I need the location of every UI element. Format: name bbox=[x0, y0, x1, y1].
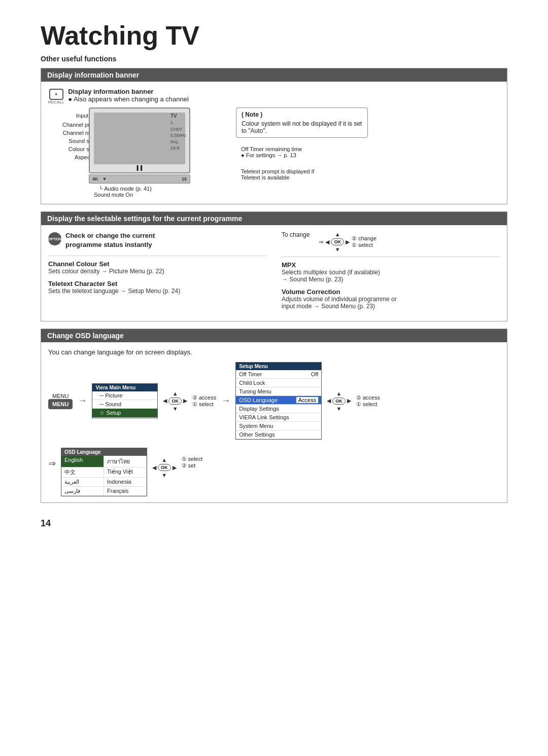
banner-also-appears: ● Also appears when changing a channel bbox=[68, 95, 189, 103]
setup-item-system: System Menu bbox=[236, 422, 321, 430]
lang-french[interactable]: Français bbox=[104, 487, 147, 496]
nav-control: ⇒ ▲ ◀ OK ▶ ▼ ② chan bbox=[319, 231, 376, 253]
volume-correction-title: Volume Correction bbox=[282, 288, 500, 296]
step3-labels: ① select ② set bbox=[182, 456, 203, 469]
nav-down-arrow: ▼ bbox=[335, 246, 340, 253]
ok-button[interactable]: OK bbox=[331, 238, 344, 245]
settings-left-col: OPTION Check or change the current progr… bbox=[48, 231, 266, 315]
tv-screen: TV 1 CH07 5.5MHz PAL 16:9 ▐▌ bbox=[89, 107, 190, 173]
teletext-char-set: Teletext Character Set Sets the teletext… bbox=[48, 280, 266, 295]
setup-item-off-timer: Off TimerOff bbox=[236, 370, 321, 379]
recall-icon: + bbox=[49, 89, 63, 100]
step3-arrow: ⇒ bbox=[48, 458, 56, 469]
banner-top-row: + RECALL Display information banner ● Al… bbox=[48, 88, 500, 104]
setup-item-viera: VIERA Link Settings bbox=[236, 413, 321, 422]
step1-down-arrow: ▼ bbox=[173, 406, 178, 412]
step1-right-arrow: ▶ bbox=[183, 398, 187, 404]
setup-item-osd-lang[interactable]: OSD LanguageAccess bbox=[236, 396, 321, 405]
osd-lang-menu: OSD Language English ภาษาไทย 中文 Tiếng Vi… bbox=[61, 448, 147, 496]
step2-left-arrow: ◀ bbox=[327, 398, 331, 404]
language-grid: English ภาษาไทย 中文 Tiếng Việt العربية In… bbox=[61, 456, 147, 496]
osd-language-header: Change OSD language bbox=[41, 329, 507, 342]
step2-right-arrow: ▶ bbox=[347, 398, 351, 404]
banner-main-title: Display information banner bbox=[68, 88, 153, 95]
note-box: ( Note ) Colour system will not be displ… bbox=[236, 107, 368, 138]
step2-ok-button[interactable]: OK bbox=[332, 398, 346, 405]
main-menu-box: Viera Main Menu ─ Picture ─ Sound ☆ Setu… bbox=[92, 383, 158, 418]
setup-item-child-lock: Child Lock bbox=[236, 379, 321, 387]
main-menu-picture: ─ Picture bbox=[92, 391, 157, 400]
menu-text-label: MENU bbox=[52, 393, 68, 399]
menu-label-area: MENU MENU bbox=[48, 393, 73, 409]
teletext-info: Teletext prompt is displayed if Teletext… bbox=[241, 168, 500, 181]
teletext-prompt: Teletext prompt is displayed if bbox=[241, 168, 500, 174]
step1-access-label: ② access bbox=[192, 394, 216, 401]
step1-ok-button[interactable]: OK bbox=[168, 398, 182, 405]
lang-arabic[interactable]: العربية bbox=[61, 478, 104, 487]
step3-center-row: ◀ OK ▶ bbox=[152, 464, 177, 471]
to-change-label: To change bbox=[282, 231, 310, 238]
teletext-char-title: Teletext Character Set bbox=[48, 280, 266, 287]
menu-button[interactable]: MENU bbox=[48, 399, 73, 409]
osd-lang-menu-box: OSD Language English ภาษาไทย 中文 Tiếng Vi… bbox=[61, 448, 147, 496]
option-header: OPTION Check or change the current progr… bbox=[48, 231, 266, 249]
selectable-settings-section: Display the selectable settings for the … bbox=[41, 211, 507, 321]
step1-nav-area: ▲ ◀ OK ▶ ▼ bbox=[163, 390, 187, 412]
page-number: 14 bbox=[41, 518, 507, 529]
bottom-bar-left: 4K bbox=[92, 176, 98, 182]
step3-select-label: ① select bbox=[182, 456, 203, 462]
main-menu-setup[interactable]: ☆ Setup bbox=[92, 409, 157, 418]
step1-left-arrow: ◀ bbox=[163, 398, 167, 404]
step1-select-label: ① select bbox=[192, 401, 216, 408]
lang-indonesia[interactable]: Indonesia bbox=[104, 478, 147, 487]
step1-center-row: ◀ OK ▶ bbox=[163, 398, 187, 405]
banner-diagram-area: Input mode Channel position Channel numb… bbox=[48, 107, 500, 198]
step3-up-arrow: ▲ bbox=[161, 457, 167, 463]
option-label: Check or change the current programme st… bbox=[65, 231, 155, 249]
option-icon: OPTION bbox=[48, 232, 61, 245]
setup-menu-box: Setup Menu Off TimerOff Child Lock Tunin… bbox=[235, 362, 322, 440]
nav-cluster: ▲ ◀ OK ▶ ▼ bbox=[325, 231, 350, 253]
selectable-settings-header: Display the selectable settings for the … bbox=[41, 212, 507, 225]
display-banner-header: Display information banner bbox=[41, 68, 507, 82]
lang-vietnamese[interactable]: Tiếng Việt bbox=[104, 467, 147, 478]
step3-nav-cluster: ▲ ◀ OK ▶ ▼ bbox=[152, 457, 177, 478]
teletext-available: Teletext is available bbox=[241, 174, 500, 181]
step2-labels: ② access ① select bbox=[356, 394, 380, 408]
change-select-labels: ② change ① select bbox=[352, 235, 376, 248]
osd-lang-menu-title: OSD Language bbox=[61, 448, 147, 456]
nav-up-arrow: ▲ bbox=[335, 231, 340, 237]
lang-thai[interactable]: ภาษาไทย bbox=[104, 456, 147, 467]
banner-description: Display information banner ● Also appear… bbox=[68, 88, 189, 103]
volume-correction-item: Volume Correction Adjusts volume of indi… bbox=[282, 288, 500, 310]
lang-farsi[interactable]: فارسی bbox=[61, 487, 104, 496]
step3-ok-button[interactable]: OK bbox=[158, 464, 171, 471]
page-title: Watching TV bbox=[41, 20, 507, 51]
selectable-settings-content: OPTION Check or change the current progr… bbox=[41, 225, 507, 321]
setup-item-other: Other Settings bbox=[236, 430, 321, 439]
bottom-bar-ok: ▼ bbox=[102, 176, 107, 182]
step2-nav-cluster: ▲ ◀ OK ▶ ▼ bbox=[327, 390, 351, 412]
step3-down-arrow: ▼ bbox=[161, 472, 167, 478]
subtitle: Other useful functions bbox=[41, 55, 507, 63]
tv-screen-wrap: TV 1 CH07 5.5MHz PAL 16:9 ▐▌ bbox=[89, 107, 221, 198]
step2-access-label: ② access bbox=[356, 394, 380, 401]
step3-left-arrow: ◀ bbox=[152, 464, 156, 471]
volume-correction-desc: Adjusts volume of individual programme o… bbox=[282, 296, 500, 310]
step2-nav-area: ▲ ◀ OK ▶ ▼ bbox=[327, 390, 351, 412]
step2-up-arrow: ▲ bbox=[336, 390, 341, 397]
off-timer-label: Off Timer remaining time bbox=[241, 146, 500, 152]
lang-english[interactable]: English bbox=[61, 456, 104, 467]
step2-down-arrow: ▼ bbox=[336, 406, 341, 412]
bottom-bar-right: 15 bbox=[182, 176, 187, 182]
step3-nav-area: ▲ ◀ OK ▶ ▼ bbox=[152, 457, 177, 478]
select-label: ① select bbox=[352, 242, 376, 248]
nav-left-arrow: ◀ bbox=[325, 239, 329, 245]
for-settings-label: ● For settings → p. 13 bbox=[241, 152, 500, 158]
settings-columns: OPTION Check or change the current progr… bbox=[48, 231, 500, 315]
lang-chinese[interactable]: 中文 bbox=[61, 467, 104, 478]
display-banner-content: + RECALL Display information banner ● Al… bbox=[41, 82, 507, 204]
tv-bottom-icons: ▐▌ bbox=[135, 165, 144, 170]
osd-lang-box: ⇒ OSD Language English ภาษาไทย 中文 Tiếng … bbox=[48, 448, 500, 496]
main-menu-sound: ─ Sound bbox=[92, 400, 157, 409]
